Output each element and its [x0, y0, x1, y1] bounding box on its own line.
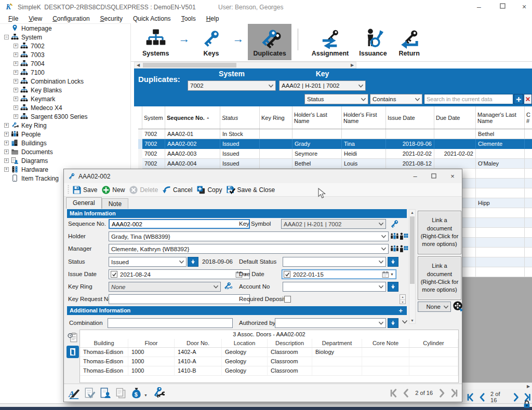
grid-column-header-status[interactable]: Status	[220, 106, 260, 129]
due-date-field[interactable]: 2022-01-15 ▼	[282, 269, 396, 279]
clear-filter-button[interactable]	[524, 94, 532, 104]
status-select[interactable]: Issued	[109, 257, 187, 267]
maximize-button[interactable]	[494, 0, 511, 13]
add-filter-button[interactable]	[514, 94, 523, 104]
sidebar-item-people[interactable]: +People	[0, 130, 130, 139]
default-status-select[interactable]	[283, 257, 386, 267]
next-record-icon[interactable]	[437, 388, 447, 398]
doors-row[interactable]: Thomas-Edison10001402-AGeologyClassroomB…	[80, 348, 458, 357]
account-no-select[interactable]	[283, 282, 386, 292]
scrollbar-thumb[interactable]	[143, 63, 236, 67]
expand-icon[interactable]: +	[14, 114, 18, 119]
money-dropdown-icon[interactable]: ▼	[144, 393, 148, 397]
tab-general[interactable]: General	[66, 197, 102, 209]
sidebar-item-7004[interactable]: +7004	[0, 59, 130, 68]
horizontal-scrollbar[interactable]: ◀ ▶	[134, 62, 356, 69]
expand-icon[interactable]: +	[14, 44, 18, 48]
new-button[interactable]: New	[101, 185, 125, 195]
cancel-button[interactable]: Cancel	[162, 185, 192, 195]
previous-record-icon[interactable]	[401, 388, 411, 398]
required-deposit-spinner[interactable]: ▲▼	[400, 294, 406, 304]
expand-icon[interactable]: +	[14, 97, 18, 101]
doors-row[interactable]: Thomas-Edison10001410-AGeologyClassroom	[80, 357, 458, 366]
signature-pen-icon[interactable]: A	[68, 387, 80, 399]
combination-input-field[interactable]	[108, 319, 232, 327]
grid-column-header-holder-s-first-name[interactable]: Holder's First Name	[342, 106, 386, 129]
document-person-icon[interactable]	[99, 387, 111, 399]
menu-security[interactable]: Security	[95, 14, 128, 23]
next-record-icon[interactable]	[511, 392, 521, 402]
tab-note[interactable]: Note	[102, 198, 128, 209]
scroll-left-icon[interactable]: ◀	[135, 62, 142, 68]
save-and-close-button[interactable]: Save & Close	[226, 185, 275, 195]
grid-column-header-system[interactable]: System	[142, 106, 165, 129]
grid-row[interactable]: 7002AAA02-004IssuedBethelLouis2021-08-12…	[138, 159, 532, 169]
people-icon[interactable]	[390, 244, 399, 254]
document-check-icon[interactable]	[84, 387, 96, 399]
issue-date-field[interactable]: 2021-08-24 ▼	[109, 269, 250, 279]
save-button[interactable]: Save	[72, 185, 97, 195]
expand-icon[interactable]: +	[14, 70, 18, 75]
dialog-maximize-button[interactable]	[424, 170, 443, 183]
sidebar-item-diagrams[interactable]: +Diagrams	[0, 156, 130, 165]
sidebar-item-system[interactable]: −System	[0, 33, 130, 42]
grid-column-header-due-date[interactable]: Due Date	[434, 106, 476, 129]
sidebar-item-keymark[interactable]: +Keymark	[0, 94, 130, 103]
minimize-button[interactable]: –	[470, 0, 488, 13]
dialog-close-button[interactable]: ×	[443, 170, 462, 183]
doors-row[interactable]: Thomas-Edison10001410-BGeologyClassroom	[80, 366, 458, 376]
workflow-duplicates-button[interactable]: Duplicates	[248, 24, 291, 60]
people-icon[interactable]	[390, 231, 399, 241]
expand-icon[interactable]: +	[4, 132, 9, 136]
expand-icon[interactable]: +	[4, 158, 9, 163]
menu-file[interactable]: File	[3, 14, 23, 23]
delete-button[interactable]: Delete	[129, 185, 158, 195]
last-record-icon[interactable]	[449, 388, 459, 398]
keys-pair-icon[interactable]	[151, 387, 165, 399]
grid-column-header-c[interactable]: C #	[525, 106, 532, 129]
default-status-apply-button[interactable]	[388, 257, 398, 267]
first-record-icon[interactable]	[466, 392, 476, 402]
workflow-issuance-button[interactable]: Issuance	[354, 24, 392, 60]
system-select[interactable]: 7002	[188, 80, 276, 91]
menu-quick-actions[interactable]: Quick Actions	[128, 14, 176, 23]
expand-icon[interactable]: +	[14, 61, 18, 66]
doors-column-header-door-no[interactable]: Door No.	[175, 339, 222, 347]
dialog-minimize-button[interactable]: –	[406, 170, 424, 183]
clipboard-copy-icon[interactable]	[115, 387, 127, 399]
sidebar-item-homepage[interactable]: Homepage	[0, 24, 130, 33]
grid-column-header-issue-date[interactable]: Issue Date	[386, 106, 434, 129]
sidebar-item-key-blanks[interactable]: +Key Blanks	[0, 86, 130, 94]
expand-icon[interactable]: +	[14, 52, 18, 57]
search-field-select[interactable]: Status	[304, 94, 368, 104]
grid-row[interactable]: 7002AAA02-01In StockBethel	[138, 129, 532, 139]
key-ring-filter-icon[interactable]	[223, 281, 233, 292]
scroll-right-icon[interactable]: ▶	[349, 62, 356, 68]
sidebar-item-documents[interactable]: +Documents	[0, 147, 130, 156]
scrollbar-thumb[interactable]	[410, 216, 415, 284]
sidebar-item-combination-locks[interactable]: +Combination Locks	[0, 77, 130, 86]
calendar-icon[interactable]	[382, 271, 389, 278]
grid-column-header-sequence-no[interactable]: Sequence No.▲	[165, 106, 220, 129]
money-bag-icon[interactable]: $	[130, 387, 142, 399]
link-document-button-2[interactable]: Link a document (Right-Click for more op…	[418, 256, 461, 300]
expand-icon[interactable]: +	[4, 123, 9, 128]
expand-icon[interactable]: +	[4, 167, 9, 172]
menu-help[interactable]: Help	[201, 14, 224, 23]
calendar-dropdown-icon[interactable]: ▼	[390, 272, 394, 276]
expand-icon[interactable]: +	[14, 105, 18, 110]
scroll-down-icon[interactable]: ▼	[410, 318, 414, 323]
sidebar-item-key-ring[interactable]: +Key Ring	[0, 121, 130, 130]
printer-select[interactable]: None	[418, 302, 451, 312]
status-history-button[interactable]	[188, 257, 198, 267]
menu-view[interactable]: View	[23, 14, 47, 23]
workflow-return-button[interactable]: Return	[392, 24, 427, 60]
link-document-button-1[interactable]: Link a document (Right-Click for more op…	[418, 211, 461, 254]
due-date-checkbox[interactable]	[284, 271, 290, 278]
close-button[interactable]: ×	[515, 0, 532, 13]
grid-row[interactable]: 7002AAA02-003IssuedSeymoreHeidi2021-02-0…	[138, 149, 532, 159]
holder-select[interactable]: Grady, Tina {WB8399}	[109, 231, 389, 241]
history-clipboard-icon[interactable]	[68, 332, 78, 343]
doors-column-header-floor[interactable]: Floor	[128, 339, 175, 347]
authorized-by-select[interactable]	[275, 318, 386, 328]
